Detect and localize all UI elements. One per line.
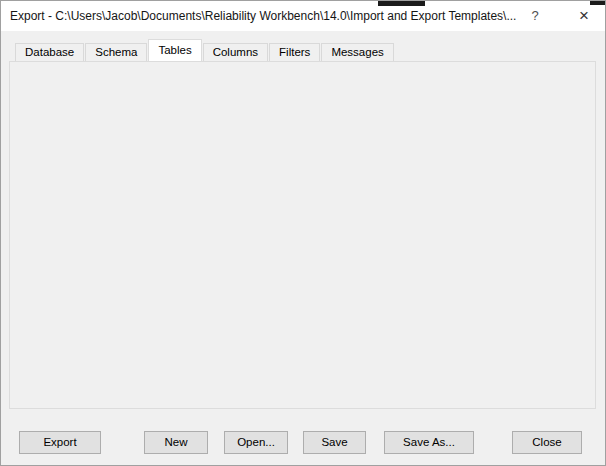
close-button[interactable]: Close <box>512 431 582 454</box>
tab-label: Columns <box>213 46 258 58</box>
save-as-button[interactable]: Save As... <box>384 431 474 454</box>
tab-label: Filters <box>279 46 310 58</box>
tab-strip: Database Schema Tables Columns Filters M… <box>15 40 395 61</box>
save-button[interactable]: Save <box>303 431 366 454</box>
open-button[interactable]: Open... <box>224 431 288 454</box>
title-bar: Export - C:\Users\Jacob\Documents\Reliab… <box>1 1 605 31</box>
background-window-fragment <box>378 1 425 6</box>
tab[interactable]: Tables <box>148 39 201 61</box>
tab[interactable]: Schema <box>85 43 147 61</box>
tab[interactable]: Filters <box>269 43 320 61</box>
background-window-fragment <box>590 1 606 5</box>
new-button[interactable]: New <box>144 431 208 454</box>
tab[interactable]: Messages <box>321 43 393 61</box>
help-button[interactable]: ? <box>513 1 557 31</box>
export-button[interactable]: Export <box>19 431 101 454</box>
close-icon[interactable]: × <box>561 1 606 31</box>
window-title: Export - C:\Users\Jacob\Documents\Reliab… <box>10 1 516 31</box>
tab-label: Messages <box>331 46 383 58</box>
tab[interactable]: Database <box>15 43 84 61</box>
tab-page-tables <box>9 61 596 409</box>
export-dialog: Export - C:\Users\Jacob\Documents\Reliab… <box>0 0 606 466</box>
tab-label: Tables <box>158 44 191 56</box>
tab-label: Schema <box>95 46 137 58</box>
tab[interactable]: Columns <box>203 43 268 61</box>
tab-label: Database <box>25 46 74 58</box>
